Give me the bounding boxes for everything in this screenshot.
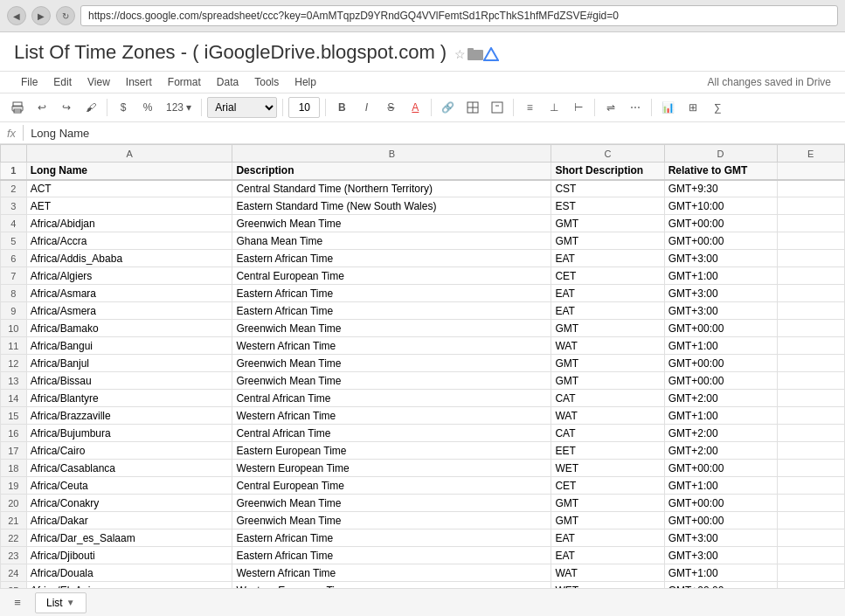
cell-10-d[interactable]: GMT+00:00 xyxy=(664,320,777,337)
cell-19-b[interactable]: Central European Time xyxy=(232,477,551,495)
cell-17-c[interactable]: EET xyxy=(551,442,664,460)
align-left-button[interactable]: ≡ xyxy=(519,97,540,118)
align-vertical-button[interactable]: ⊥ xyxy=(544,97,564,118)
refresh-button[interactable]: ↻ xyxy=(56,6,75,25)
cell-9-d[interactable]: GMT+3:00 xyxy=(664,302,777,320)
filter-button[interactable]: ⊞ xyxy=(682,97,703,118)
cell-8-a[interactable]: Africa/Asmara xyxy=(26,285,232,302)
menu-insert[interactable]: Insert xyxy=(119,73,159,91)
cell-24-d[interactable]: GMT+1:00 xyxy=(664,564,777,582)
cell-10-a[interactable]: Africa/Bamako xyxy=(26,320,232,337)
cell-16-c[interactable]: CAT xyxy=(551,425,664,442)
cell-3-c[interactable]: EST xyxy=(551,197,664,215)
cell-4-d[interactable]: GMT+00:00 xyxy=(664,215,777,232)
cell-21-a[interactable]: Africa/Dakar xyxy=(26,512,232,529)
cell-22-c[interactable]: EAT xyxy=(551,529,664,547)
header-col-a[interactable]: Long Name xyxy=(26,163,232,180)
col-header-d[interactable]: D xyxy=(664,145,777,163)
cell-18-b[interactable]: Western European Time xyxy=(232,460,551,477)
cell-15-d[interactable]: GMT+1:00 xyxy=(664,407,777,425)
link-button[interactable]: 🔗 xyxy=(437,97,459,118)
menu-file[interactable]: File xyxy=(14,73,45,91)
cell-5-b[interactable]: Ghana Mean Time xyxy=(232,232,551,250)
cell-18-d[interactable]: GMT+00:00 xyxy=(664,460,777,477)
cell-7-d[interactable]: GMT+1:00 xyxy=(664,267,777,285)
cell-8-b[interactable]: Eastern African Time xyxy=(232,285,551,302)
cell-14-a[interactable]: Africa/Blantyre xyxy=(26,390,232,407)
col-header-c[interactable]: C xyxy=(551,145,664,163)
forward-button[interactable]: ▶ xyxy=(31,6,51,25)
cell-21-d[interactable]: GMT+00:00 xyxy=(664,512,777,529)
cell-18-c[interactable]: WET xyxy=(551,460,664,477)
cell-13-c[interactable]: GMT xyxy=(551,372,664,390)
cell-19-d[interactable]: GMT+1:00 xyxy=(664,477,777,495)
merge-cells-button[interactable] xyxy=(487,97,508,118)
borders-button[interactable] xyxy=(462,97,483,118)
function-button[interactable]: ∑ xyxy=(707,97,728,118)
back-button[interactable]: ◀ xyxy=(7,6,26,25)
cell-9-c[interactable]: EAT xyxy=(551,302,664,320)
cell-16-b[interactable]: Central African Time xyxy=(232,425,551,442)
cell-6-c[interactable]: EAT xyxy=(551,250,664,267)
strikethrough-button[interactable]: S xyxy=(380,97,401,118)
cell-7-b[interactable]: Central European Time xyxy=(232,267,551,285)
header-col-c[interactable]: Short Description xyxy=(551,163,664,180)
cell-16-d[interactable]: GMT+2:00 xyxy=(664,425,777,442)
col-header-a[interactable]: A xyxy=(26,145,232,163)
cell-12-d[interactable]: GMT+00:00 xyxy=(664,355,777,372)
cell-2-d[interactable]: GMT+9:30 xyxy=(664,180,777,197)
cell-12-b[interactable]: Greenwich Mean Time xyxy=(232,355,551,372)
cell-12-c[interactable]: GMT xyxy=(551,355,664,372)
cell-15-b[interactable]: Western African Time xyxy=(232,407,551,425)
cell-24-b[interactable]: Western African Time xyxy=(232,564,551,582)
cell-7-a[interactable]: Africa/Algiers xyxy=(26,267,232,285)
align-right-button[interactable]: ⊢ xyxy=(568,97,589,118)
folder-icon[interactable] xyxy=(468,46,483,62)
menu-format[interactable]: Format xyxy=(161,73,208,91)
cell-10-c[interactable]: GMT xyxy=(551,320,664,337)
col-header-e[interactable]: E xyxy=(777,145,844,163)
cell-10-b[interactable]: Greenwich Mean Time xyxy=(232,320,551,337)
menu-edit[interactable]: Edit xyxy=(46,73,79,91)
cell-14-b[interactable]: Central African Time xyxy=(232,390,551,407)
menu-data[interactable]: Data xyxy=(210,73,246,91)
drive-icon[interactable] xyxy=(483,46,499,62)
formula-content[interactable]: Long Name xyxy=(31,127,838,140)
cell-12-a[interactable]: Africa/Banjul xyxy=(26,355,232,372)
cell-19-c[interactable]: CET xyxy=(551,477,664,495)
star-icon[interactable]: ☆ xyxy=(452,46,468,62)
currency-button[interactable]: $ xyxy=(113,97,134,118)
paint-format-button[interactable]: 🖌 xyxy=(80,97,101,118)
cell-23-d[interactable]: GMT+3:00 xyxy=(664,547,777,564)
cell-5-a[interactable]: Africa/Accra xyxy=(26,232,232,250)
col-header-b[interactable]: B xyxy=(232,145,551,163)
percent-button[interactable]: % xyxy=(137,97,158,118)
cell-2-b[interactable]: Central Standard Time (Northern Territor… xyxy=(232,180,551,197)
menu-view[interactable]: View xyxy=(80,73,117,91)
cell-20-d[interactable]: GMT+00:00 xyxy=(664,495,777,512)
cell-20-b[interactable]: Greenwich Mean Time xyxy=(232,495,551,512)
address-bar[interactable]: https://docs.google.com/spreadsheet/ccc?… xyxy=(80,5,838,26)
menu-tools[interactable]: Tools xyxy=(247,73,286,91)
cell-23-b[interactable]: Eastern African Time xyxy=(232,547,551,564)
cell-21-c[interactable]: GMT xyxy=(551,512,664,529)
cell-11-b[interactable]: Western African Time xyxy=(232,337,551,355)
cell-7-c[interactable]: CET xyxy=(551,267,664,285)
font-size-input[interactable] xyxy=(288,97,320,118)
cell-13-a[interactable]: Africa/Bissau xyxy=(26,372,232,390)
cell-6-a[interactable]: Africa/Addis_Ababa xyxy=(26,250,232,267)
menu-help[interactable]: Help xyxy=(287,73,323,91)
cell-6-b[interactable]: Eastern African Time xyxy=(232,250,551,267)
cell-23-a[interactable]: Africa/Djibouti xyxy=(26,547,232,564)
cell-22-b[interactable]: Eastern African Time xyxy=(232,529,551,547)
cell-2-a[interactable]: ACT xyxy=(26,180,232,197)
italic-button[interactable]: I xyxy=(356,97,377,118)
cell-19-a[interactable]: Africa/Ceuta xyxy=(26,477,232,495)
cell-16-a[interactable]: Africa/Bujumbura xyxy=(26,425,232,442)
cell-15-c[interactable]: WAT xyxy=(551,407,664,425)
cell-17-b[interactable]: Eastern European Time xyxy=(232,442,551,460)
font-name-select[interactable]: Arial xyxy=(207,97,277,118)
cell-20-c[interactable]: GMT xyxy=(551,495,664,512)
cell-4-b[interactable]: Greenwich Mean Time xyxy=(232,215,551,232)
cell-8-d[interactable]: GMT+3:00 xyxy=(664,285,777,302)
